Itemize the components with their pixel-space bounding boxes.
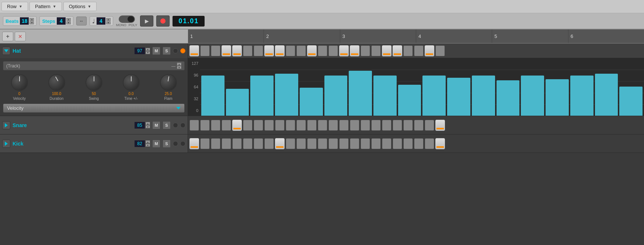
- resize-button[interactable]: ↔: [76, 17, 87, 25]
- kick-step-24[interactable]: [435, 138, 445, 149]
- hat-step-6[interactable]: [243, 45, 253, 56]
- kick-step-2[interactable]: [200, 138, 210, 149]
- hat-step-8[interactable]: [264, 45, 274, 56]
- kick-step-20[interactable]: [393, 138, 402, 149]
- snare-step-16[interactable]: [350, 120, 359, 131]
- snare-step-9[interactable]: [275, 120, 285, 131]
- hat-step-18[interactable]: [371, 45, 381, 56]
- hat-vol-down[interactable]: ▼: [146, 51, 150, 54]
- hat-step-7[interactable]: [254, 45, 263, 56]
- kick-step-18[interactable]: [371, 138, 381, 149]
- kick-dot1[interactable]: [173, 141, 178, 146]
- vel-bar-wrap-2[interactable]: [226, 60, 249, 116]
- time-sig-up[interactable]: ▲: [106, 18, 111, 21]
- kick-step-7[interactable]: [254, 138, 263, 149]
- hat-step-13[interactable]: [318, 45, 327, 56]
- vel-bar-wrap-1[interactable]: [201, 60, 224, 116]
- kick-vol-down[interactable]: ▼: [146, 144, 150, 147]
- kick-step-11[interactable]: [296, 138, 306, 149]
- kick-step-1[interactable]: [189, 138, 199, 149]
- kick-step-6[interactable]: [243, 138, 253, 149]
- snare-step-24[interactable]: [435, 120, 445, 131]
- vel-bar-wrap-8[interactable]: [373, 60, 397, 116]
- kick-expand-button[interactable]: [2, 140, 10, 148]
- options-menu[interactable]: Options ▼: [63, 2, 97, 11]
- kick-step-19[interactable]: [382, 138, 391, 149]
- steps-down[interactable]: ▼: [66, 21, 71, 24]
- snare-step-20[interactable]: [393, 120, 402, 131]
- vel-bar-wrap-18[interactable]: [619, 60, 643, 116]
- vel-bar-wrap-14[interactable]: [521, 60, 544, 116]
- vel-bar-wrap-12[interactable]: [472, 60, 495, 116]
- kick-step-12[interactable]: [307, 138, 317, 149]
- track-select-down[interactable]: ▼: [177, 66, 181, 69]
- snare-step-4[interactable]: [222, 120, 231, 131]
- hat-step-5[interactable]: [232, 45, 242, 56]
- snare-step-2[interactable]: [200, 120, 210, 131]
- kick-solo-button[interactable]: S: [163, 140, 171, 148]
- vel-bar-wrap-17[interactable]: [595, 60, 618, 116]
- kick-step-22[interactable]: [414, 138, 424, 149]
- snare-step-19[interactable]: [382, 120, 391, 131]
- track-select-up[interactable]: ▲: [177, 63, 181, 66]
- hat-step-20[interactable]: [393, 45, 402, 56]
- snare-step-15[interactable]: [339, 120, 349, 131]
- snare-step-3[interactable]: [211, 120, 220, 131]
- hat-mute-button[interactable]: M: [152, 47, 160, 55]
- vel-bar-wrap-10[interactable]: [422, 60, 446, 116]
- hat-step-1[interactable]: [189, 45, 199, 56]
- snare-mute-button[interactable]: M: [152, 121, 160, 129]
- hat-step-16[interactable]: [350, 45, 359, 56]
- kick-step-14[interactable]: [328, 138, 338, 149]
- hat-step-4[interactable]: [222, 45, 231, 56]
- hat-step-14[interactable]: [328, 45, 338, 56]
- vel-bar-wrap-15[interactable]: [546, 60, 569, 116]
- kick-mute-button[interactable]: M: [152, 140, 160, 148]
- velocity-dropdown[interactable]: Velocity: [3, 104, 185, 113]
- duration-knob[interactable]: [48, 74, 65, 91]
- snare-step-10[interactable]: [286, 120, 295, 131]
- hat-step-23[interactable]: [425, 45, 434, 56]
- vel-bar-wrap-13[interactable]: [497, 60, 520, 116]
- time-knob[interactable]: [123, 74, 140, 91]
- snare-dot1[interactable]: [173, 123, 178, 128]
- pattern-menu[interactable]: Pattern ▼: [29, 2, 62, 11]
- hat-step-12[interactable]: [307, 45, 317, 56]
- kick-step-15[interactable]: [339, 138, 349, 149]
- play-button[interactable]: ▶: [140, 15, 153, 27]
- kick-step-13[interactable]: [318, 138, 327, 149]
- swing-knob[interactable]: [86, 74, 102, 91]
- vel-bar-wrap-4[interactable]: [275, 60, 298, 116]
- vel-bar-wrap-16[interactable]: [570, 60, 593, 116]
- snare-step-22[interactable]: [414, 120, 424, 131]
- kick-step-16[interactable]: [350, 138, 359, 149]
- kick-step-17[interactable]: [361, 138, 370, 149]
- vel-bar-wrap-11[interactable]: [447, 60, 470, 116]
- snare-step-14[interactable]: [328, 120, 338, 131]
- record-button[interactable]: [156, 15, 170, 27]
- snare-step-21[interactable]: [403, 120, 413, 131]
- hat-step-22[interactable]: [414, 45, 424, 56]
- kick-step-21[interactable]: [403, 138, 413, 149]
- snare-step-5[interactable]: [232, 120, 242, 131]
- snare-dot2[interactable]: [180, 123, 185, 128]
- vel-bar-wrap-6[interactable]: [324, 60, 348, 116]
- snare-step-6[interactable]: [243, 120, 253, 131]
- kick-vol-up[interactable]: ▲: [146, 140, 150, 143]
- row-menu[interactable]: Row ▼: [1, 2, 28, 11]
- hat-vol-up[interactable]: ▲: [146, 48, 150, 51]
- kick-step-10[interactable]: [286, 138, 295, 149]
- hat-step-11[interactable]: [296, 45, 306, 56]
- kick-step-9[interactable]: [275, 138, 285, 149]
- hat-track-select[interactable]: (Track) — ▲ ▼: [3, 61, 185, 70]
- kick-step-8[interactable]: [264, 138, 274, 149]
- vel-bar-wrap-9[interactable]: [398, 60, 421, 116]
- hat-step-24[interactable]: [435, 45, 445, 56]
- kick-step-3[interactable]: [211, 138, 220, 149]
- mono-poly-switch[interactable]: [119, 15, 135, 23]
- snare-step-17[interactable]: [361, 120, 370, 131]
- kick-step-5[interactable]: [232, 138, 242, 149]
- beats-down[interactable]: ▼: [29, 21, 34, 24]
- snare-vol-down[interactable]: ▼: [146, 125, 150, 128]
- vel-bar-wrap-5[interactable]: [300, 60, 323, 116]
